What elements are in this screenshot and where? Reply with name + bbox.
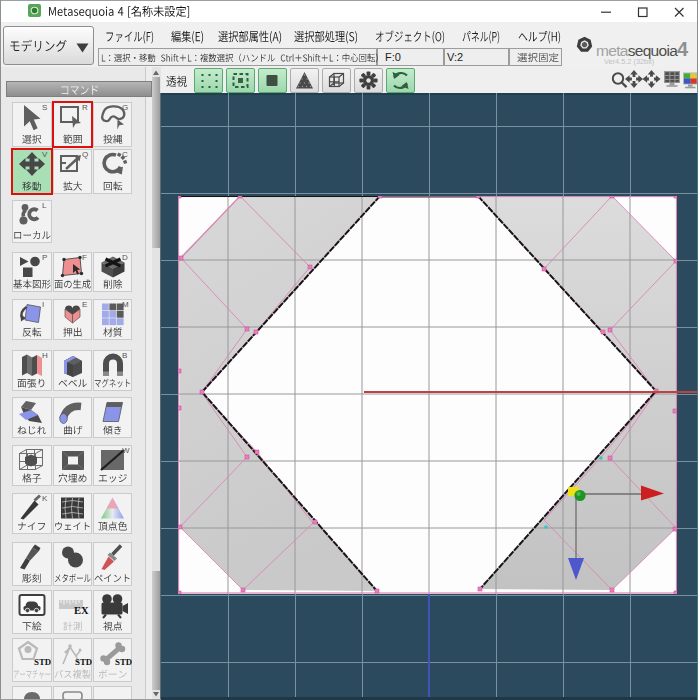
svg-text:STD: STD	[34, 657, 51, 667]
svg-text:STD: STD	[75, 657, 92, 667]
svg-text:EX: EX	[74, 605, 89, 616]
svg-text:STD: STD	[115, 657, 132, 667]
